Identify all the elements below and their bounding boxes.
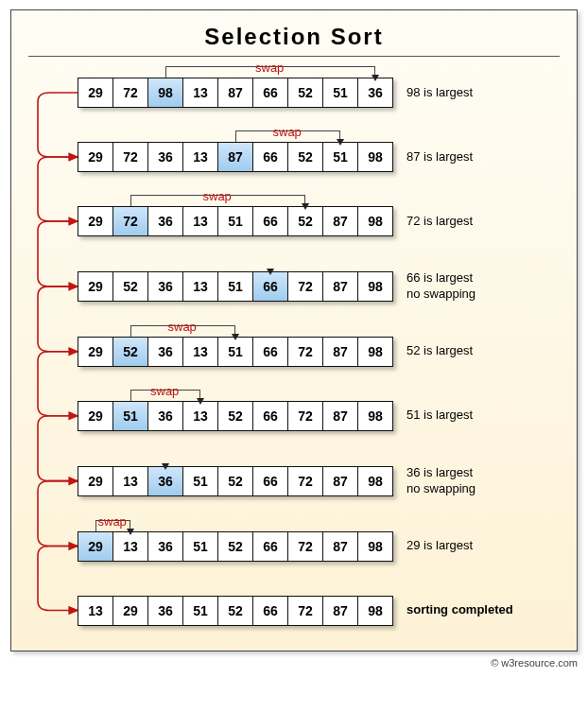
cell: 72 [287, 596, 323, 626]
array-row: 297236135166528798swap [78, 206, 393, 236]
cell: 13 [182, 142, 218, 172]
swap-label: swap [150, 384, 179, 398]
swap-label: swap [203, 189, 232, 203]
cell: 51 [217, 337, 253, 367]
page-title: Selection Sort [28, 24, 560, 50]
annotation: 36 is largest no swapping [406, 465, 476, 497]
cell: 13 [112, 466, 148, 496]
swap-label: swap [98, 514, 127, 529]
cell: 13 [112, 531, 148, 562]
cell: 72 [287, 401, 323, 431]
cell: 29 [78, 142, 113, 172]
cell: 72 [287, 337, 323, 367]
cell: 51 [322, 78, 358, 108]
cell: 36 [147, 531, 183, 562]
cell: 29 [78, 401, 113, 431]
cell: 52 [217, 531, 253, 562]
cell: 72 [112, 206, 148, 236]
array-row: 297236138766525198swap [78, 142, 393, 172]
annotation: 51 is largest [406, 408, 473, 424]
cell: 13 [182, 401, 218, 431]
arrowhead-down-icon [372, 75, 379, 81]
cell: 13 [182, 337, 218, 367]
cell: 87 [217, 142, 253, 172]
array-row: 297298138766525136swap [78, 78, 393, 108]
cell: 72 [287, 531, 323, 562]
cell: 29 [78, 271, 113, 302]
cell: 52 [287, 206, 323, 236]
cell: 87 [322, 401, 358, 431]
cell: 72 [287, 271, 323, 302]
cell: 51 [112, 401, 148, 431]
arrowhead-down-icon [232, 334, 239, 340]
cell: 51 [217, 271, 253, 302]
cell: 87 [217, 78, 253, 108]
step: 291336515266728798swap29 is largest [28, 531, 560, 562]
cell: 66 [252, 531, 288, 562]
cell: 29 [78, 531, 113, 562]
annotation: 66 is largest no swapping [406, 270, 476, 303]
array-row: 295236135166728798 [78, 271, 393, 302]
swap-label: swap [168, 320, 197, 334]
cell: 36 [147, 271, 183, 302]
arrowhead-down-icon [197, 398, 204, 405]
cell: 13 [182, 78, 218, 108]
cell: 51 [217, 206, 253, 236]
divider [28, 56, 560, 57]
annotation: 72 is largest [406, 214, 473, 230]
cell: 29 [112, 596, 148, 626]
array-row: 291336515266728798swap [78, 531, 393, 562]
cell: 87 [322, 596, 358, 626]
cell: 98 [357, 531, 393, 562]
step: 29133651526672879836 is largest no swapp… [28, 465, 560, 497]
cell: 98 [357, 142, 393, 172]
cell: 29 [78, 78, 113, 108]
arrowhead-down-icon [267, 269, 274, 275]
cell: 66 [252, 466, 288, 496]
cell: 72 [112, 78, 148, 108]
cell: 98 [357, 466, 393, 496]
cell: 87 [322, 271, 358, 302]
cell: 52 [287, 78, 323, 108]
cell: 36 [147, 142, 183, 172]
cell: 66 [252, 271, 288, 302]
cell: 66 [252, 337, 288, 367]
cell: 52 [217, 596, 253, 626]
step: 297298138766525136swap98 is largest [28, 78, 560, 108]
cell: 51 [182, 596, 218, 626]
cell: 13 [182, 271, 218, 302]
cell: 51 [182, 466, 218, 496]
annotation: 98 is largest [406, 85, 473, 101]
cell: 87 [322, 466, 358, 496]
annotation: 87 is largest [406, 149, 473, 165]
cell: 98 [357, 337, 393, 367]
cell: 98 [357, 596, 393, 626]
annotation: 52 is largest [406, 343, 473, 359]
cell: 13 [182, 206, 218, 236]
cell: 36 [147, 596, 183, 626]
steps-container: 297298138766525136swap98 is largest29723… [28, 78, 560, 626]
step: 295236135166728798swap52 is largest [28, 337, 560, 367]
cell: 98 [357, 206, 393, 236]
cell: 36 [147, 206, 183, 236]
credit: © w3resource.com [10, 657, 578, 669]
step: 295136135266728798swap51 is largest [28, 401, 560, 431]
cell: 29 [78, 466, 113, 496]
array-row: 295236135166728798swap [78, 337, 393, 367]
step: 297236135166528798swap72 is largest [28, 206, 560, 236]
arrowhead-down-icon [162, 463, 169, 470]
cell: 52 [287, 142, 323, 172]
cell: 87 [322, 337, 358, 367]
cell: 36 [147, 466, 183, 496]
step: 297236138766525198swap87 is largest [28, 142, 560, 172]
cell: 36 [147, 401, 183, 431]
step: 29523613516672879866 is largest no swapp… [28, 270, 560, 303]
cell: 52 [112, 337, 148, 367]
cell: 66 [252, 142, 288, 172]
cell: 66 [252, 596, 288, 626]
cell: 51 [182, 531, 218, 562]
cell: 29 [78, 337, 113, 367]
cell: 29 [78, 206, 113, 236]
cell: 98 [147, 78, 183, 108]
cell: 66 [252, 401, 288, 431]
